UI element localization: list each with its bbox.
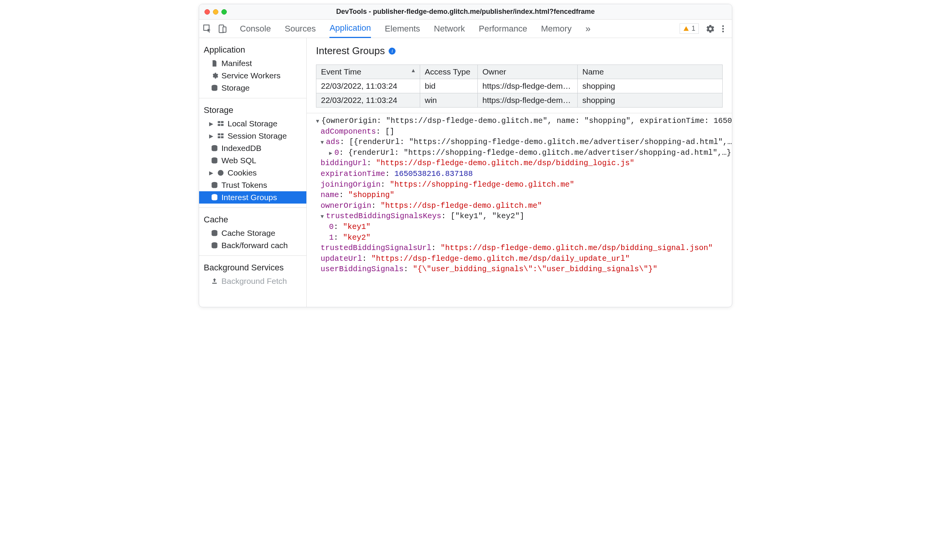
upload-icon <box>211 277 218 285</box>
table-row[interactable]: 22/03/2022, 11:03:24 win https://dsp-fle… <box>316 93 723 108</box>
cell-name: shopping <box>578 79 723 93</box>
tab-application[interactable]: Application <box>329 19 371 38</box>
table-row[interactable]: 22/03/2022, 11:03:24 bid https://dsp-fle… <box>316 79 723 93</box>
svg-point-18 <box>219 171 220 172</box>
expand-arrow-icon[interactable]: ▶ <box>209 133 214 139</box>
minimize-window-button[interactable] <box>213 9 218 15</box>
grid-icon <box>217 120 224 128</box>
tab-performance[interactable]: Performance <box>479 20 527 38</box>
database-icon <box>211 229 218 237</box>
sidebar-item-label: Cookies <box>228 168 257 177</box>
device-toolbar-icon[interactable] <box>218 24 227 33</box>
sidebar-item-service-workers[interactable]: Service Workers <box>199 70 306 82</box>
grid-icon <box>217 132 224 140</box>
tab-elements[interactable]: Elements <box>385 20 420 38</box>
sort-asc-icon: ▲ <box>411 67 416 73</box>
property-row[interactable]: 0: "key1" <box>308 222 728 232</box>
svg-rect-13 <box>218 136 221 138</box>
svg-point-3 <box>722 25 724 27</box>
tab-memory[interactable]: Memory <box>541 20 571 38</box>
panel-tabs: Console Sources Application Elements Net… <box>240 19 678 38</box>
property-row[interactable]: trustedBiddingSignalsUrl: "https://dsp-f… <box>308 243 728 253</box>
sidebar-item-label: Back/forward cach <box>221 241 288 250</box>
property-row[interactable]: name: "shopping" <box>308 190 728 200</box>
column-header-owner[interactable]: Owner <box>478 65 578 79</box>
close-window-button[interactable] <box>204 9 210 15</box>
sidebar-item-cache-storage[interactable]: Cache Storage <box>199 227 306 239</box>
more-tabs-icon[interactable]: » <box>585 23 590 34</box>
collapse-arrow-icon[interactable]: ▼ <box>321 139 326 146</box>
property-row[interactable]: expirationTime: 1650538216.837188 <box>308 169 728 179</box>
svg-point-20 <box>220 173 221 174</box>
collapse-arrow-icon[interactable]: ▼ <box>321 213 326 220</box>
titlebar: DevTools - publisher-fledge-demo.glitch.… <box>199 4 732 20</box>
sidebar-item-local-storage[interactable]: ▶ Local Storage <box>199 118 306 130</box>
kebab-menu-icon[interactable] <box>722 24 724 33</box>
inspect-element-icon[interactable] <box>203 24 212 33</box>
interest-groups-table: Event Time▲ Access Type Owner Name 22/03… <box>316 65 723 108</box>
expand-arrow-icon[interactable]: ▶ <box>209 170 214 176</box>
sidebar-item-label: Background Fetch <box>221 277 287 286</box>
cell-owner: https://dsp-fledge-demo.gl… <box>478 93 578 108</box>
sidebar-heading-cache: Cache <box>199 212 306 227</box>
cell-access-type: bid <box>420 79 478 93</box>
cell-access-type: win <box>420 93 478 108</box>
main-toolbar: Console Sources Application Elements Net… <box>199 20 732 38</box>
window-controls <box>204 9 227 15</box>
svg-rect-10 <box>221 124 224 126</box>
property-row[interactable]: ownerOrigin: "https://dsp-fledge-demo.gl… <box>308 200 728 211</box>
sidebar-heading-background-services: Background Services <box>199 260 306 275</box>
sidebar-item-label: Trust Tokens <box>221 181 267 190</box>
property-row[interactable]: ▼trustedBiddingSignalsKeys: ["key1", "ke… <box>308 211 728 222</box>
column-header-name[interactable]: Name <box>578 65 723 79</box>
sidebar-item-trust-tokens[interactable]: Trust Tokens <box>199 179 306 191</box>
sidebar-item-interest-groups[interactable]: Interest Groups <box>199 191 306 204</box>
svg-rect-11 <box>218 133 221 135</box>
svg-point-17 <box>218 170 224 176</box>
cell-name: shopping <box>578 93 723 108</box>
property-row[interactable]: 1: "key2" <box>308 232 728 243</box>
sidebar-item-session-storage[interactable]: ▶ Session Storage <box>199 130 306 142</box>
object-summary-row[interactable]: ▼{ownerOrigin: "https://dsp-fledge-demo.… <box>308 116 728 126</box>
cell-event-time: 22/03/2022, 11:03:24 <box>316 93 420 108</box>
svg-rect-9 <box>218 124 221 126</box>
sidebar-item-label: Interest Groups <box>221 193 277 202</box>
settings-gear-icon[interactable] <box>706 24 715 33</box>
tab-network[interactable]: Network <box>434 20 465 38</box>
info-icon[interactable]: i <box>389 48 396 55</box>
sidebar-item-storage[interactable]: Storage <box>199 82 306 94</box>
property-row[interactable]: ▼ads: [{renderUrl: "https://shopping-fle… <box>308 137 728 147</box>
panel-title: Interest Groups <box>316 45 385 57</box>
property-row[interactable]: joiningOrigin: "https://shopping-fledge-… <box>308 179 728 190</box>
svg-point-4 <box>722 28 724 29</box>
svg-rect-14 <box>221 136 224 138</box>
expand-arrow-icon[interactable]: ▶ <box>209 121 214 127</box>
sidebar-item-cookies[interactable]: ▶ Cookies <box>199 167 306 179</box>
sidebar-item-label: Manifest <box>221 59 252 68</box>
svg-rect-8 <box>221 121 224 123</box>
column-header-access-type[interactable]: Access Type <box>420 65 478 79</box>
collapse-arrow-icon[interactable]: ▼ <box>316 118 321 125</box>
property-row[interactable]: ▶0: {renderUrl: "https://shopping-fledge… <box>308 147 728 158</box>
sidebar-item-bfcache[interactable]: Back/forward cach <box>199 239 306 252</box>
sidebar-item-indexeddb[interactable]: IndexedDB <box>199 142 306 154</box>
svg-point-5 <box>722 30 724 32</box>
tab-console[interactable]: Console <box>240 20 271 38</box>
tab-sources[interactable]: Sources <box>285 20 316 38</box>
warnings-badge[interactable]: 1 <box>680 23 699 34</box>
svg-rect-7 <box>218 121 221 123</box>
sidebar-item-web-sql[interactable]: Web SQL <box>199 154 306 167</box>
column-header-event-time[interactable]: Event Time▲ <box>316 65 420 79</box>
expand-arrow-icon[interactable]: ▶ <box>329 150 334 157</box>
maximize-window-button[interactable] <box>221 9 227 15</box>
sidebar-item-label: Cache Storage <box>221 229 275 238</box>
property-row[interactable]: userBiddingSignals: "{\"user_bidding_sig… <box>308 264 728 275</box>
property-row[interactable]: updateUrl: "https://dsp-fledge-demo.glit… <box>308 253 728 264</box>
sidebar-item-manifest[interactable]: Manifest <box>199 57 306 70</box>
database-icon <box>211 157 218 164</box>
sidebar-item-label: Service Workers <box>221 71 281 80</box>
property-row[interactable]: adComponents: [] <box>308 126 728 137</box>
sidebar-item-background-fetch[interactable]: Background Fetch <box>199 275 306 287</box>
table-header-row: Event Time▲ Access Type Owner Name <box>316 65 723 79</box>
property-row[interactable]: biddingUrl: "https://dsp-fledge-demo.gli… <box>308 158 728 169</box>
